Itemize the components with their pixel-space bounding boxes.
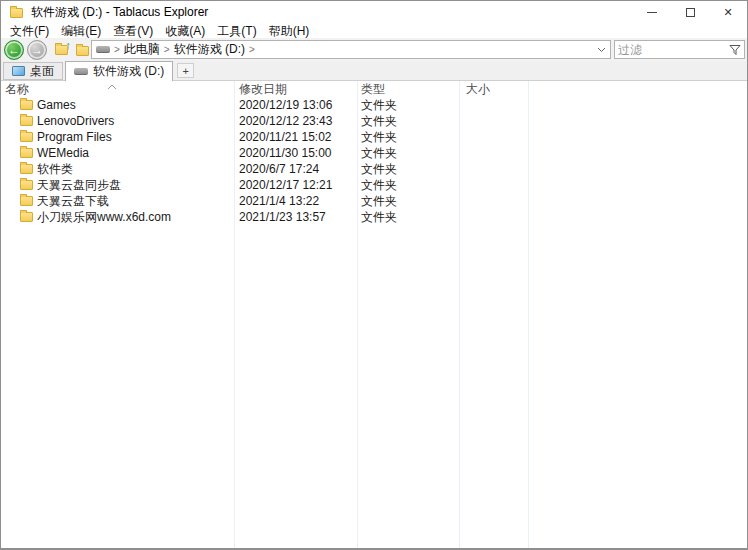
file-name: Program Files xyxy=(37,129,112,145)
up-folder-button[interactable]: ↑ xyxy=(55,45,68,55)
folder-icon xyxy=(20,100,33,110)
minimize-button[interactable] xyxy=(633,1,671,24)
filter-box xyxy=(614,40,745,59)
file-size xyxy=(466,209,524,225)
file-row[interactable]: 天翼云盘同步盘 2020/12/17 12:21 文件夹 xyxy=(1,177,746,193)
menu-help[interactable]: 帮助(H) xyxy=(263,23,316,40)
tab-label: 软件游戏 (D:) xyxy=(93,63,164,80)
folder-icon xyxy=(76,46,89,56)
file-type: 文件夹 xyxy=(361,145,397,161)
file-name: 小刀娱乐网www.x6d.com xyxy=(37,209,171,225)
menu-view[interactable]: 查看(V) xyxy=(107,23,159,40)
file-type: 文件夹 xyxy=(361,193,397,209)
menu-edit[interactable]: 编辑(E) xyxy=(55,23,107,40)
tab-bar: 桌面 软件游戏 (D:) + xyxy=(1,61,747,81)
menu-bar: 文件(F) 编辑(E) 查看(V) 收藏(A) 工具(T) 帮助(H) xyxy=(1,24,747,38)
up-arrow-icon: ↑ xyxy=(66,39,72,51)
folder-icon xyxy=(20,212,33,222)
file-size xyxy=(466,177,524,193)
folder-icon xyxy=(20,116,33,126)
plus-icon: + xyxy=(183,65,189,77)
file-type: 文件夹 xyxy=(361,113,397,129)
file-row[interactable]: 软件类 2020/6/7 17:24 文件夹 xyxy=(1,161,746,177)
file-size xyxy=(466,161,524,177)
file-name: 天翼云盘下载 xyxy=(37,193,109,209)
breadcrumb-current-drive[interactable]: 软件游戏 (D:) xyxy=(174,41,245,58)
close-icon: ✕ xyxy=(723,6,732,19)
file-row[interactable]: 天翼云盘下载 2021/1/4 13:22 文件夹 xyxy=(1,193,746,209)
sort-ascending-icon xyxy=(107,79,117,93)
column-header-type[interactable]: 类型 xyxy=(361,81,385,97)
list-header: 名称 修改日期 类型 大小 xyxy=(1,81,747,97)
file-row[interactable]: WEMedia 2020/11/30 15:00 文件夹 xyxy=(1,145,746,161)
file-name: 软件类 xyxy=(37,161,73,177)
file-name: 天翼云盘同步盘 xyxy=(37,177,121,193)
tab-label: 桌面 xyxy=(30,63,54,80)
file-list: Games 2020/12/19 13:06 文件夹 LenovoDrivers… xyxy=(1,97,746,225)
app-folder-icon xyxy=(10,8,23,18)
back-arrow-icon: ← xyxy=(8,44,20,56)
drive-icon xyxy=(74,68,88,75)
filter-input[interactable] xyxy=(618,43,729,57)
file-size xyxy=(466,113,524,129)
back-button[interactable]: ← xyxy=(4,40,24,60)
file-size xyxy=(466,129,524,145)
file-date-modified: 2020/11/30 15:00 xyxy=(239,145,332,161)
file-type: 文件夹 xyxy=(361,209,397,225)
new-tab-button[interactable]: + xyxy=(177,63,194,78)
file-row[interactable]: Games 2020/12/19 13:06 文件夹 xyxy=(1,97,746,113)
drive-icon xyxy=(96,46,110,53)
file-name: WEMedia xyxy=(37,145,89,161)
file-date-modified: 2020/12/17 12:21 xyxy=(239,177,332,193)
file-date-modified: 2020/6/7 17:24 xyxy=(239,161,319,177)
column-header-name[interactable]: 名称 xyxy=(5,81,29,97)
column-header-date-modified[interactable]: 修改日期 xyxy=(239,81,287,97)
column-header-size[interactable]: 大小 xyxy=(466,81,490,97)
file-type: 文件夹 xyxy=(361,161,397,177)
menu-favorites[interactable]: 收藏(A) xyxy=(159,23,211,40)
file-row[interactable]: 小刀娱乐网www.x6d.com 2021/1/23 13:57 文件夹 xyxy=(1,209,746,225)
folder-icon xyxy=(20,164,33,174)
file-date-modified: 2021/1/4 13:22 xyxy=(239,193,319,209)
menu-tools[interactable]: 工具(T) xyxy=(211,23,262,40)
filter-funnel-icon xyxy=(729,44,741,56)
file-name: LenovoDrivers xyxy=(37,113,114,129)
breadcrumb-separator: > xyxy=(164,44,170,55)
file-type: 文件夹 xyxy=(361,177,397,193)
breadcrumb-separator: > xyxy=(114,44,120,55)
file-date-modified: 2020/12/19 13:06 xyxy=(239,97,332,113)
file-size xyxy=(466,145,524,161)
file-name: Games xyxy=(37,97,76,113)
close-button[interactable]: ✕ xyxy=(709,1,747,24)
folder-icon xyxy=(20,180,33,190)
file-date-modified: 2020/12/12 23:43 xyxy=(239,113,332,129)
forward-arrow-icon: → xyxy=(31,44,43,56)
file-type: 文件夹 xyxy=(361,129,397,145)
address-bar[interactable]: > 此电脑 > 软件游戏 (D:) > xyxy=(91,40,611,59)
maximize-icon xyxy=(686,8,695,17)
desktop-monitor-icon xyxy=(12,66,25,76)
file-date-modified: 2020/11/21 15:02 xyxy=(239,129,332,145)
chevron-down-icon xyxy=(597,47,606,53)
file-size xyxy=(466,97,524,113)
tab-software-games-drive[interactable]: 软件游戏 (D:) xyxy=(65,61,173,81)
file-size xyxy=(466,193,524,209)
window-controls: ✕ xyxy=(633,1,747,24)
folder-icon xyxy=(20,196,33,206)
file-date-modified: 2021/1/23 13:57 xyxy=(239,209,326,225)
tab-desktop[interactable]: 桌面 xyxy=(3,62,63,80)
file-row[interactable]: LenovoDrivers 2020/12/12 23:43 文件夹 xyxy=(1,113,746,129)
menu-file[interactable]: 文件(F) xyxy=(4,23,55,40)
window-title: 软件游戏 (D:) - Tablacus Explorer xyxy=(31,4,208,21)
app-window: 软件游戏 (D:) - Tablacus Explorer ✕ 文件(F) 编辑… xyxy=(0,0,748,550)
file-type: 文件夹 xyxy=(361,97,397,113)
file-row[interactable]: Program Files 2020/11/21 15:02 文件夹 xyxy=(1,129,746,145)
breadcrumb-this-pc[interactable]: 此电脑 xyxy=(124,41,160,58)
address-dropdown-button[interactable] xyxy=(597,47,606,53)
title-bar: 软件游戏 (D:) - Tablacus Explorer ✕ xyxy=(1,1,747,24)
minimize-icon xyxy=(647,12,657,13)
folder-icon xyxy=(20,148,33,158)
forward-button[interactable]: → xyxy=(27,40,47,60)
breadcrumb-separator: > xyxy=(249,44,255,55)
maximize-button[interactable] xyxy=(671,1,709,24)
